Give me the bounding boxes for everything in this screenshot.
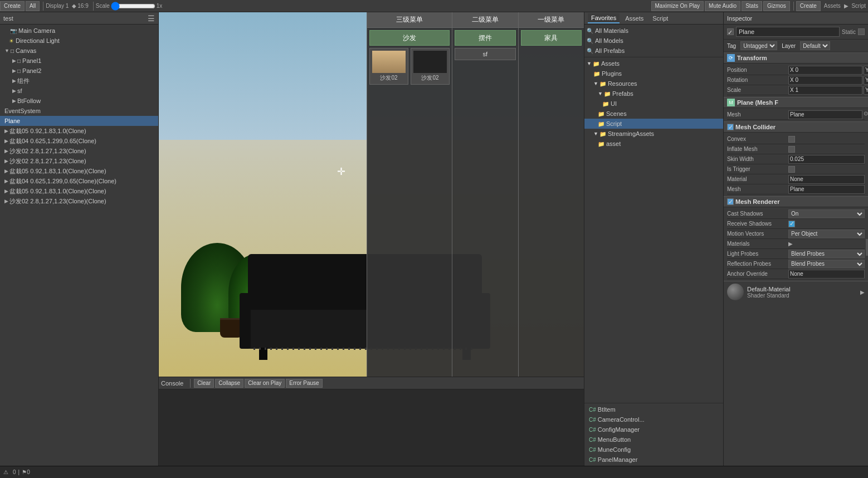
tree-asset[interactable]: 📁 asset [584, 139, 723, 149]
scale-slider[interactable] [111, 3, 155, 9]
tree-plugins[interactable]: 📁 Plugins [584, 69, 723, 79]
hierarchy-item-sf02-2[interactable]: ▶ 沙发02 2.8,1.27,1.23(Clone) [0, 156, 158, 166]
rot-y[interactable] [864, 76, 868, 85]
receiveshadow-cb[interactable]: ✓ [788, 221, 795, 227]
hierarchy-item-sf02-1[interactable]: ▶ 沙发02 2.8,1.27,1.23(Clone) [0, 146, 158, 156]
item-label: sf [17, 87, 22, 94]
hierarchy-item-component[interactable]: ▶ 组件 [0, 76, 158, 86]
hierarchy-item-sf02-3[interactable]: ▶ 沙发02 2.8,1.27,1.23(Clone)(Clone) [0, 196, 158, 206]
resize-handle[interactable] [866, 239, 868, 256]
hierarchy-item-bz04-2[interactable]: ▶ 盆栽04 0.625,1.299,0.65(Clone)(Clone) [0, 176, 158, 186]
tree-resources[interactable]: ▼ 📁 Resources [584, 79, 723, 89]
fav-all-materials[interactable]: 🔍 All Materials [584, 26, 723, 36]
active-checkbox[interactable]: ✓ [727, 28, 734, 35]
create-button[interactable]: Create [0, 1, 25, 11]
script-muneconfig[interactable]: C# MuneConfig [584, 445, 723, 455]
meshcollider-component-header[interactable]: ✓ Mesh Collider [724, 121, 868, 133]
gizmos-button[interactable]: Gizmos [763, 1, 790, 11]
error-pause-button[interactable]: Error Pause [286, 379, 322, 388]
tab-assets[interactable]: Assets [622, 14, 647, 23]
meshfilter-component-header[interactable]: M Plane (Mesh F [724, 97, 868, 108]
materials-expand[interactable]: ▶ [788, 241, 793, 247]
folder-icon: 🔍 [587, 38, 593, 44]
arrow: ▶ [4, 138, 8, 144]
console-content[interactable] [159, 389, 584, 466]
script-configmanager[interactable]: C# ConfigManager [584, 425, 723, 435]
arrow: ▶ [4, 128, 8, 134]
stats-button[interactable]: Stats [742, 1, 762, 11]
hierarchy-menu-icon[interactable]: ☰ [148, 14, 155, 23]
tree-assets[interactable]: ▼ 📁 Assets [584, 58, 723, 69]
tree-scenes[interactable]: 📁 Scenes [584, 109, 723, 119]
script-cameracontroller[interactable]: C# CameraControl... [584, 414, 723, 425]
collapse-button[interactable]: Collapse [215, 379, 243, 388]
rot-x[interactable] [788, 76, 862, 85]
mesh-field[interactable] [788, 110, 862, 119]
hierarchy-item-eventsystem[interactable]: EventSystem [0, 106, 158, 116]
fav-all-models[interactable]: 🔍 All Models [584, 36, 723, 46]
motionvec-select[interactable]: Per Object [788, 230, 865, 238]
hierarchy-item-bz04-1[interactable]: ▶ 盆栽04 0.625,1.299,0.65(Clone) [0, 136, 158, 146]
hierarchy-item-bz05-2[interactable]: ▶ 盆栽05 0.92,1.83,1.0(Clone)(Clone) [0, 166, 158, 176]
tab-script[interactable]: Script [649, 14, 671, 23]
tree-ui[interactable]: 📁 UI [584, 99, 723, 109]
inflate-checkbox[interactable] [788, 146, 795, 153]
transform-component-header[interactable]: ⟳ Transform [724, 52, 868, 64]
meshrenderer-checkbox[interactable]: ✓ [727, 198, 734, 205]
script-panelmanager[interactable]: C# PanelManager [584, 455, 723, 465]
anchor-field[interactable] [788, 270, 865, 279]
maximize-button[interactable]: Maximize On Play [651, 1, 704, 11]
pos-x[interactable] [788, 66, 862, 75]
tab-favorites[interactable]: Favorites [588, 13, 620, 23]
tag-select[interactable]: Untagged [740, 41, 777, 50]
scale-value: 1x [157, 3, 163, 9]
hierarchy-item-directional-light[interactable]: ☀ Directional Light [0, 36, 158, 46]
mute-button[interactable]: Mute Audio [705, 1, 740, 11]
hierarchy-item-main-camera[interactable]: 📷 Main Camera [0, 26, 158, 36]
hierarchy-item-plane[interactable]: Plane [0, 116, 158, 126]
hierarchy-item-canvas[interactable]: ▼ □ Canvas [0, 46, 158, 56]
meshrenderer-body: Cast Shadows On Receive Shadows ✓ Motion… [724, 207, 868, 281]
create-right-button[interactable]: Create [796, 1, 821, 11]
pos-y[interactable] [864, 66, 868, 75]
hierarchy-item-panel2[interactable]: ▶ □ Panel2 [0, 66, 158, 76]
script-btitem[interactable]: C# BtItem [584, 404, 723, 414]
mesh-select-icon[interactable]: ⊙ [864, 110, 868, 119]
script-menubutton[interactable]: C# MenuButton [584, 435, 723, 445]
clear-button[interactable]: Clear [194, 379, 214, 388]
skinwidth-field[interactable] [788, 155, 865, 164]
hierarchy-item-btfollow[interactable]: ▶ BtFollow [0, 96, 158, 106]
hierarchy-item-bz05-1[interactable]: ▶ 盆栽05 0.92,1.83,1.0(Clone) [0, 126, 158, 136]
mat-expand-icon[interactable]: ▶ [860, 289, 865, 295]
hierarchy-item-bz05-3[interactable]: ▶ 盆栽05 0.92,1.83,1.0(Clone)(Clone) [0, 186, 158, 196]
scale-y[interactable] [864, 86, 868, 95]
tree-prefabs[interactable]: ▼ 📁 Prefabs [584, 89, 723, 99]
console-area: Console Clear Collapse Clear on Play Err… [159, 377, 584, 466]
receiveshadow-label: Receive Shadows [727, 221, 788, 227]
coll-material-field[interactable] [788, 175, 865, 184]
scale-x[interactable] [788, 86, 862, 95]
coll-mesh-field[interactable] [788, 185, 865, 194]
convex-checkbox[interactable] [788, 136, 795, 143]
hierarchy-item-panel1[interactable]: ▶ □ Panel1 [0, 56, 158, 66]
convex-value [788, 136, 865, 143]
meshrenderer-component-header[interactable]: ✓ Mesh Renderer [724, 196, 868, 207]
all-button[interactable]: All [26, 1, 40, 11]
tree-script[interactable]: 📁 Script [584, 119, 723, 129]
tree-streaming[interactable]: ▼ 📁 StreamingAssets [584, 129, 723, 139]
layer-select[interactable]: Default [800, 41, 830, 50]
clear-on-play-button[interactable]: Clear on Play [245, 379, 285, 388]
lightprobes-select[interactable]: Blend Probes [788, 250, 865, 258]
hierarchy-content[interactable]: 📷 Main Camera ☀ Directional Light ▼ □ Ca… [0, 25, 158, 466]
meshcollider-checkbox[interactable]: ✓ [727, 124, 734, 130]
gameobject-name-field[interactable] [736, 27, 840, 37]
script-icon: C# [589, 447, 596, 453]
hierarchy-item-sf[interactable]: ▶ sf [0, 86, 158, 96]
assets-tree[interactable]: ▼ 📁 Assets 📁 Plugins ▼ 📁 Resources ▼ 📁 P… [584, 57, 723, 403]
game-view[interactable]: ✛ 三级菜单 沙发 沙发02 [159, 12, 584, 377]
trigger-checkbox[interactable] [788, 166, 795, 173]
castshadow-select[interactable]: On [788, 209, 865, 218]
reflprobes-select[interactable]: Blend Probes [788, 260, 865, 269]
fav-all-prefabs[interactable]: 🔍 All Prefabs [584, 46, 723, 56]
static-checkbox[interactable] [858, 28, 865, 35]
